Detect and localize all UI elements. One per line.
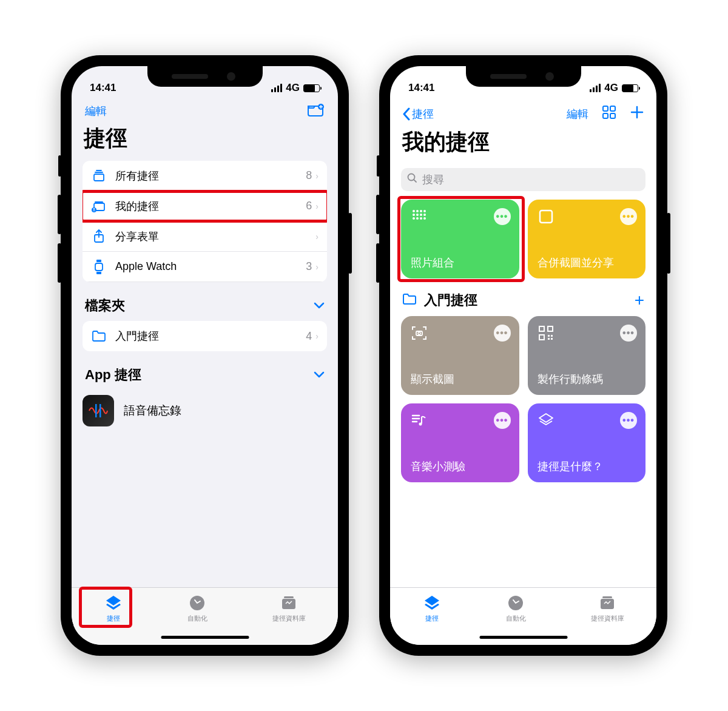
card-label: 顯示截圖 — [411, 372, 510, 386]
svg-rect-11 — [99, 404, 101, 417]
chevron-right-icon: › — [315, 262, 318, 272]
chevron-left-icon — [402, 107, 411, 121]
card-more-button[interactable]: ••• — [494, 208, 511, 225]
app-item-voicememos[interactable]: 語音備忘錄 — [72, 390, 338, 431]
svg-rect-8 — [96, 260, 101, 262]
camera-corners-icon — [411, 325, 428, 342]
svg-point-24 — [413, 214, 415, 216]
tab-gallery[interactable]: 捷徑資料庫 — [591, 594, 624, 645]
folders-title: 檔案夾 — [85, 297, 125, 315]
signal-icon — [590, 84, 601, 92]
starter-header: 入門捷徑 + — [390, 288, 656, 316]
list-item-watch[interactable]: Apple Watch 3 › — [83, 252, 327, 282]
shortcut-card-music-quiz[interactable]: ••• 音樂小測驗 — [401, 403, 519, 482]
edit-button[interactable]: 編輯 — [567, 107, 588, 121]
row-label: 我的捷徑 — [115, 199, 306, 214]
phone-left: 14:41 4G 編輯 捷徑 所有捷徑 8 › 我的捷徑 — [61, 55, 349, 656]
tab-shortcuts[interactable]: 捷徑 — [104, 594, 123, 645]
folder-plus-icon — [308, 104, 325, 117]
tab-label: 捷徑 — [107, 614, 120, 623]
new-folder-button[interactable] — [308, 104, 325, 120]
shortcuts-tab-icon — [104, 594, 123, 612]
svg-rect-44 — [601, 599, 614, 609]
apps-header[interactable]: App 捷徑 — [72, 366, 338, 390]
svg-rect-32 — [540, 211, 552, 223]
list-item-all[interactable]: 所有捷徑 8 › — [83, 161, 327, 191]
nav-bar: 捷徑 編輯 — [390, 99, 656, 125]
svg-point-42 — [419, 423, 422, 426]
nav-bar: 編輯 — [72, 99, 338, 121]
card-label: 音樂小測驗 — [411, 459, 510, 474]
svg-rect-18 — [610, 113, 615, 118]
add-button[interactable] — [630, 105, 644, 123]
edit-button[interactable]: 編輯 — [85, 104, 107, 120]
search-placeholder: 搜尋 — [422, 172, 444, 187]
shortcut-card-what-is[interactable]: ••• 捷徑是什麼？ — [528, 403, 646, 482]
svg-rect-38 — [548, 335, 550, 337]
card-label: 捷徑是什麼？ — [538, 459, 636, 474]
app-label: 語音備忘錄 — [124, 403, 181, 419]
card-more-button[interactable]: ••• — [620, 208, 637, 225]
tab-label: 捷徑資料庫 — [591, 614, 624, 623]
card-more-button[interactable]: ••• — [620, 325, 637, 342]
svg-point-26 — [420, 214, 422, 216]
home-indicator[interactable] — [479, 636, 567, 639]
notch — [466, 66, 581, 87]
card-more-button[interactable]: ••• — [494, 325, 511, 342]
svg-rect-9 — [96, 272, 101, 274]
grid-icon — [602, 105, 616, 120]
person-folder-icon — [91, 198, 107, 214]
tab-shortcuts[interactable]: 捷徑 — [423, 594, 441, 645]
layout-button[interactable] — [602, 105, 616, 123]
battery-icon — [622, 84, 638, 92]
svg-point-34 — [418, 332, 420, 335]
svg-point-31 — [423, 217, 426, 220]
add-starter-button[interactable]: + — [635, 291, 644, 310]
folder-item-starter[interactable]: 入門捷徑 4 › — [83, 321, 327, 351]
svg-rect-36 — [548, 326, 553, 331]
folder-icon — [402, 293, 417, 308]
list-item-mine[interactable]: 我的捷徑 6 › — [83, 191, 327, 221]
row-label: 分享表單 — [115, 229, 315, 244]
folder-icon — [91, 328, 107, 344]
shortcut-card-make-qr[interactable]: ••• 製作行動條碼 — [528, 316, 646, 395]
svg-point-25 — [416, 214, 419, 216]
svg-point-29 — [416, 217, 419, 220]
card-label: 合併截圖並分享 — [538, 255, 636, 270]
tab-label: 捷徑 — [425, 614, 439, 623]
card-more-button[interactable]: ••• — [620, 412, 637, 429]
card-label: 製作行動條碼 — [538, 372, 636, 386]
shortcuts-list: 所有捷徑 8 › 我的捷徑 6 › 分享表單 › Apple Watch 3 › — [83, 161, 327, 282]
svg-rect-16 — [610, 106, 615, 111]
folders-header[interactable]: 檔案夾 — [72, 297, 338, 321]
chevron-right-icon: › — [315, 331, 318, 341]
svg-point-30 — [420, 217, 422, 220]
shortcut-card-photo-combine[interactable]: ••• 照片組合 — [401, 200, 519, 278]
svg-point-5 — [93, 208, 95, 210]
home-indicator[interactable] — [161, 636, 249, 639]
automation-tab-icon — [507, 594, 525, 612]
svg-rect-14 — [284, 596, 294, 598]
shortcuts-tab-icon — [423, 594, 441, 612]
apps-title: App 捷徑 — [85, 366, 141, 384]
search-bar[interactable]: 搜尋 — [401, 168, 645, 191]
svg-point-28 — [413, 217, 415, 220]
starter-grid: ••• 顯示截圖 ••• 製作行動條碼 ••• 音樂小測驗 ••• 捷徑是什麼？ — [390, 316, 656, 492]
svg-rect-40 — [548, 338, 550, 340]
gallery-tab-icon — [598, 594, 616, 612]
back-button[interactable]: 捷徑 — [402, 107, 434, 121]
row-count: 8 — [306, 169, 312, 182]
card-more-button[interactable]: ••• — [494, 412, 511, 429]
card-label: 照片組合 — [411, 255, 510, 270]
phone-right: 14:41 4G 捷徑 編輯 我的捷徑 搜尋 — [379, 55, 667, 656]
tab-gallery[interactable]: 捷徑資料庫 — [272, 594, 306, 645]
signal-icon — [271, 84, 282, 92]
gallery-tab-icon — [280, 594, 298, 612]
network-label: 4G — [604, 82, 618, 94]
notch — [147, 66, 263, 87]
tab-bar: 捷徑 自動化 捷徑資料庫 — [390, 587, 656, 645]
shortcut-card-merge-share[interactable]: ••• 合併截圖並分享 — [528, 200, 646, 278]
shortcut-card-show-screenshot[interactable]: ••• 顯示截圖 — [401, 316, 519, 395]
list-item-share[interactable]: 分享表單 › — [83, 221, 327, 252]
voicememos-icon — [83, 395, 114, 426]
